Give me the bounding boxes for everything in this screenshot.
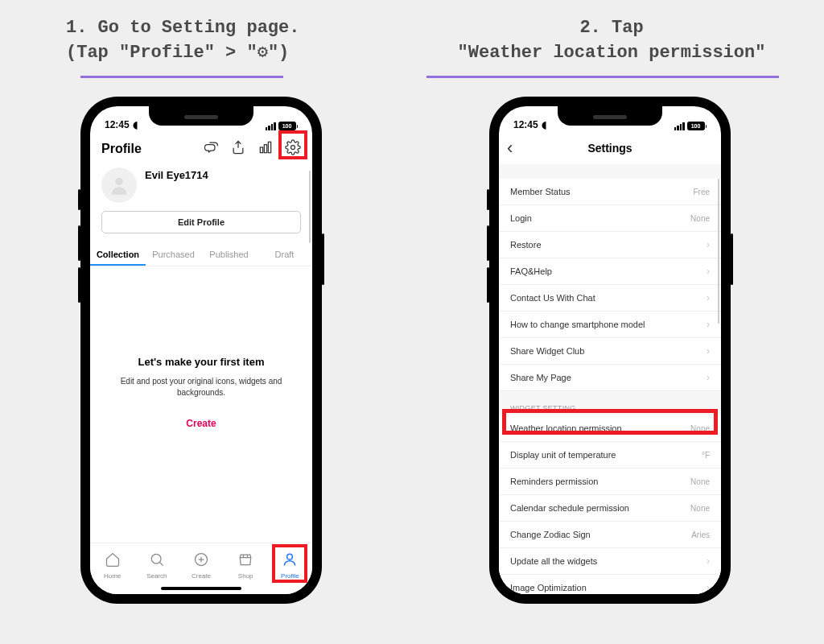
moon-icon: ◖ [542,119,546,130]
phone-side-button [78,225,80,261]
tabbar-search-label: Search [146,572,167,580]
phone-screen-1: 12:45 ◖ 100 Profile [90,106,312,594]
tab-published[interactable]: Published [201,245,257,266]
signal-icon [674,122,685,130]
row-share-page[interactable]: Share My Page › [499,365,721,391]
plus-circle-icon [193,551,209,571]
row-label: Contact Us With Chat [510,293,707,303]
phone-side-button [78,267,80,303]
row-value: Free [693,188,710,196]
row-reminders-permission[interactable]: Reminders permission None [499,469,721,495]
chevron-right-icon: › [707,372,710,383]
avatar[interactable] [101,167,137,203]
row-faq[interactable]: FAQ&Help › [499,258,721,285]
status-right: 100 [266,122,299,130]
chart-icon[interactable] [258,139,274,159]
phone-side-button [487,267,489,303]
scrollbar[interactable] [718,179,720,324]
instruction-underline-1 [80,76,283,78]
chevron-right-icon: › [707,345,710,357]
chevron-right-icon: › [707,266,710,277]
instruction-step1: 1. Go to Setting page. (Tap "Profile" > … [66,16,299,66]
edit-profile-button[interactable]: Edit Profile [101,211,301,233]
svg-rect-2 [268,142,270,152]
phone-side-button [731,233,733,285]
share-icon[interactable] [230,139,246,159]
chevron-right-icon: › [707,319,710,330]
row-contact[interactable]: Contact Us With Chat › [499,285,721,312]
row-value: None [690,477,710,486]
edit-profile-label: Edit Profile [178,217,225,227]
row-zodiac[interactable]: Change Zodiac Sign Aries [499,522,721,548]
battery-icon: 100 [278,122,299,130]
home-icon [105,551,121,571]
user-info: Evil Eye1714 [90,164,312,206]
tabbar-home[interactable]: Home [90,543,134,594]
row-image-optimization[interactable]: Image Optimization › [499,575,721,594]
tab-purchased[interactable]: Purchased [146,245,201,266]
tabbar-shop-label: Shop [238,572,253,580]
username: Evil Eye1714 [145,169,208,181]
chevron-right-icon: › [707,292,710,303]
row-update-widgets[interactable]: Update all the widgets › [499,548,721,575]
svg-point-4 [115,178,122,185]
row-value: °F [702,451,710,460]
row-member-status[interactable]: Member Status Free [499,179,721,205]
row-label: Login [510,213,690,223]
profile-highlight-box [272,544,307,583]
row-temperature-unit[interactable]: Display unit of temperature °F [499,442,721,469]
empty-title: Let's make your first item [114,356,288,368]
instruction-step1-line2: (Tap "Profile" > "⚙") [66,41,299,66]
phone-notch [149,106,253,126]
svg-rect-1 [264,145,266,153]
status-time: 12:45 [105,119,130,130]
battery-icon: 100 [687,122,707,130]
profile-tabs: Collection Purchased Published Draft [90,245,312,266]
phone-mockup-1: 12:45 ◖ 100 Profile [80,97,322,604]
row-label: Member Status [510,187,693,196]
gear-highlight-box [278,130,307,159]
empty-state: Let's make your first item Edit and post… [90,356,312,429]
instruction-underline-2 [426,76,779,78]
back-button[interactable]: ‹ [507,138,513,159]
home-indicator [161,587,241,590]
phone-mockup-2: 12:45 ◖ 100 ‹ Settings Member Status Fre… [489,97,731,604]
phone-side-button [322,233,324,285]
chevron-right-icon: › [707,582,710,593]
instruction-step2-line1: 2. Tap [435,16,789,41]
scrollbar[interactable] [309,171,311,243]
svg-point-5 [151,554,161,564]
create-link[interactable]: Create [114,418,288,429]
row-share-club[interactable]: Share Widget Club › [499,338,721,365]
row-label: Update all the widgets [510,556,707,566]
shop-icon [237,551,253,571]
phone-speaker [184,115,218,119]
empty-subtitle: Edit and post your original icons, widge… [114,376,288,398]
chevron-right-icon: › [707,555,710,567]
instruction-step2: 2. Tap "Weather location permission" [435,16,789,66]
settings-header: ‹ Settings [499,134,721,163]
settings-list: Member Status Free Login None Restore › … [499,164,721,594]
row-label: Share My Page [510,373,707,382]
row-login[interactable]: Login None [499,205,721,232]
tab-collection[interactable]: Collection [90,245,146,266]
row-label: How to change smartphone model [510,320,707,329]
row-label: Change Zodiac Sign [510,530,691,539]
row-label: Display unit of temperature [510,450,702,460]
status-left: 12:45 ◖ [513,119,546,130]
row-restore[interactable]: Restore › [499,232,721,258]
status-time: 12:45 [513,119,538,130]
row-value: Aries [691,530,710,539]
row-label: Share Widget Club [510,346,707,356]
row-change-model[interactable]: How to change smartphone model › [499,312,721,338]
instruction-step2-line2: "Weather location permission" [435,41,789,66]
instruction-step1-line1: 1. Go to Setting page. [66,16,299,41]
row-label: Restore [510,240,707,250]
row-calendar-permission[interactable]: Calendar schedule permission None [499,495,721,522]
phone-side-button [487,189,489,210]
phone-side-button [487,225,489,261]
page-title: Profile [101,142,203,156]
tab-draft[interactable]: Draft [257,245,312,266]
chat-icon[interactable] [203,139,219,159]
chevron-right-icon: › [707,239,710,250]
